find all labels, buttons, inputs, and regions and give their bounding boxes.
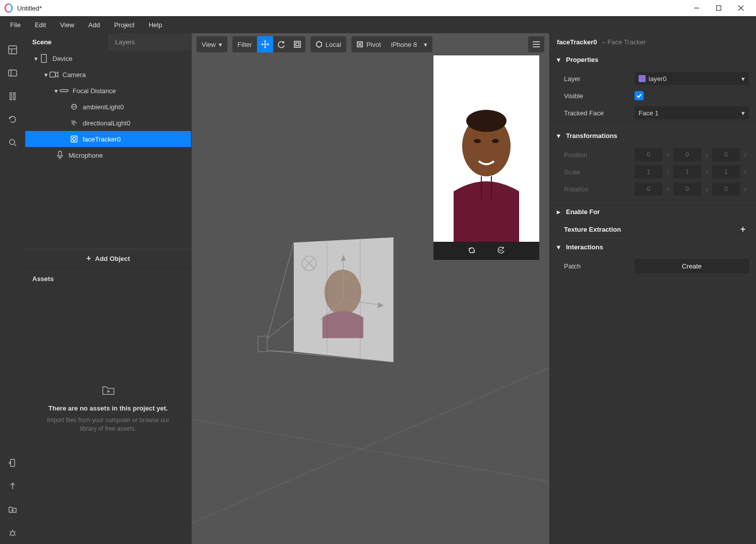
menu-file[interactable]: File xyxy=(3,16,28,33)
tree-label: Focal Distance xyxy=(73,87,116,95)
microphone-icon xyxy=(55,151,65,160)
window-minimize-button[interactable] xyxy=(685,0,708,16)
tool-refresh-icon[interactable] xyxy=(3,110,22,129)
menu-view[interactable]: View xyxy=(53,16,81,33)
section-header-transformations[interactable]: ▾Transformations xyxy=(550,127,756,144)
viewport-canvas[interactable] xyxy=(192,55,549,544)
menu-project[interactable]: Project xyxy=(107,16,141,33)
position-y-input[interactable]: 0 xyxy=(673,148,701,161)
tree-node-ambient[interactable]: ambientLight0 xyxy=(25,99,191,115)
svg-rect-24 xyxy=(41,54,46,62)
folder-add-icon xyxy=(101,384,115,397)
titlebar: Untitled* xyxy=(0,0,756,16)
tool-upload-icon[interactable] xyxy=(3,477,22,496)
window-maximize-button[interactable] xyxy=(708,0,730,16)
assets-title: Assets xyxy=(32,275,184,283)
face-tracker-icon xyxy=(70,134,79,144)
tool-search-icon[interactable] xyxy=(3,133,22,152)
preview-pause-icon[interactable] xyxy=(496,246,506,256)
tree-node-focal[interactable]: ▾ Focal Distance xyxy=(25,83,191,99)
tool-layout-icon[interactable] xyxy=(3,40,22,59)
visible-checkbox[interactable] xyxy=(635,91,644,100)
scale-y-input[interactable]: 1 xyxy=(673,165,701,178)
tree-label: ambientLight0 xyxy=(83,103,124,111)
scale-tool-button[interactable] xyxy=(289,36,305,52)
rotation-z-input[interactable]: 0 xyxy=(712,182,740,195)
svg-point-70 xyxy=(466,110,507,132)
section-header-properties[interactable]: ▾Properties xyxy=(550,51,756,68)
tool-bug-icon[interactable] xyxy=(3,523,22,542)
inspector-object-type: – Face Tracker xyxy=(602,38,646,46)
move-tool-button[interactable] xyxy=(257,36,273,52)
svg-line-22 xyxy=(10,534,11,535)
pivot-button[interactable]: Pivot xyxy=(351,36,386,52)
chevron-down-icon: ▾ xyxy=(42,71,49,79)
svg-rect-9 xyxy=(10,93,12,100)
tree-node-camera[interactable]: ▾ Camera xyxy=(25,66,191,83)
svg-rect-1 xyxy=(717,6,721,11)
menu-help[interactable]: Help xyxy=(142,16,169,33)
svg-rect-42 xyxy=(296,43,299,46)
scene-panel: Scene Layers ▾ Device ▾ Camera ▾ Focal D… xyxy=(25,33,192,544)
menu-add[interactable]: Add xyxy=(81,16,107,33)
tree-node-microphone[interactable]: Microphone xyxy=(25,147,191,163)
svg-line-52 xyxy=(267,242,294,338)
tree-node-facetracker[interactable]: faceTracker0 xyxy=(25,131,191,147)
tool-pause-icon[interactable] xyxy=(3,87,22,106)
section-header-interactions[interactable]: ▾Interactions xyxy=(550,238,756,255)
chevron-down-icon: ▾ xyxy=(557,132,564,140)
tracked-face-label: Tracked Face xyxy=(564,109,635,117)
scale-z-input[interactable]: 1 xyxy=(712,165,740,178)
tool-device-export-icon[interactable] xyxy=(3,453,22,472)
tool-panel-icon[interactable] xyxy=(3,63,22,83)
tab-layers[interactable]: Layers xyxy=(108,33,192,50)
layer-dropdown[interactable]: layer0▾ xyxy=(635,72,749,85)
section-header-enable-for[interactable]: ▸Enable For xyxy=(550,203,756,220)
chevron-right-icon: ▸ xyxy=(557,208,564,216)
svg-rect-10 xyxy=(14,93,15,100)
tracked-face-dropdown[interactable]: Face 1▾ xyxy=(635,106,749,119)
position-z-input[interactable]: 0 xyxy=(712,148,740,161)
device-dropdown[interactable]: iPhone 8▾ xyxy=(386,36,432,52)
tree-label: Camera xyxy=(62,71,86,79)
svg-rect-4 xyxy=(9,46,17,54)
position-label: Position xyxy=(564,151,635,159)
rotation-x-input[interactable]: 0 xyxy=(635,182,662,195)
preview-refresh-icon[interactable] xyxy=(467,246,476,256)
local-button[interactable]: Local xyxy=(310,36,346,52)
section-header-texture[interactable]: Texture Extraction+ xyxy=(550,221,756,238)
tool-folder-add-icon[interactable] xyxy=(3,500,22,519)
camera-icon xyxy=(49,70,58,79)
svg-rect-51 xyxy=(258,336,267,352)
device-preview xyxy=(433,55,539,260)
focal-distance-icon xyxy=(59,86,69,95)
chevron-down-icon: ▾ xyxy=(424,41,427,48)
window-title: Untitled* xyxy=(17,5,685,12)
chevron-down-icon: ▾ xyxy=(557,243,564,251)
tree-node-device[interactable]: ▾ Device xyxy=(25,50,191,66)
position-x-input[interactable]: 0 xyxy=(635,148,662,161)
texture-add-button[interactable]: + xyxy=(737,224,749,235)
filter-button[interactable]: Filter xyxy=(232,36,257,52)
tree-node-directional[interactable]: directionalLight0 xyxy=(25,115,191,131)
svg-line-21 xyxy=(14,531,16,532)
view-dropdown[interactable]: View▾ xyxy=(197,36,227,52)
section-enable-for: ▸Enable For xyxy=(550,202,756,220)
chevron-down-icon: ▾ xyxy=(741,75,745,83)
assets-panel: Assets There are no assets in this proje… xyxy=(25,268,191,544)
tab-scene[interactable]: Scene xyxy=(25,33,108,50)
svg-rect-13 xyxy=(11,459,15,466)
window-close-button[interactable] xyxy=(730,0,752,16)
preview-image xyxy=(433,55,539,242)
create-patch-button[interactable]: Create xyxy=(635,259,749,273)
rotation-y-input[interactable]: 0 xyxy=(673,182,701,195)
rotate-tool-button[interactable] xyxy=(273,36,289,52)
add-object-button[interactable]: + Add Object xyxy=(25,249,191,268)
scene-tree: ▾ Device ▾ Camera ▾ Focal Distance ambie… xyxy=(25,50,191,163)
hamburger-menu-button[interactable] xyxy=(528,36,544,52)
assets-empty-title: There are no assets in this project yet. xyxy=(48,404,168,412)
menu-edit[interactable]: Edit xyxy=(28,16,53,33)
svg-point-34 xyxy=(73,138,76,141)
scale-x-input[interactable]: 1 xyxy=(635,165,662,178)
layer-swatch-icon xyxy=(639,75,646,82)
